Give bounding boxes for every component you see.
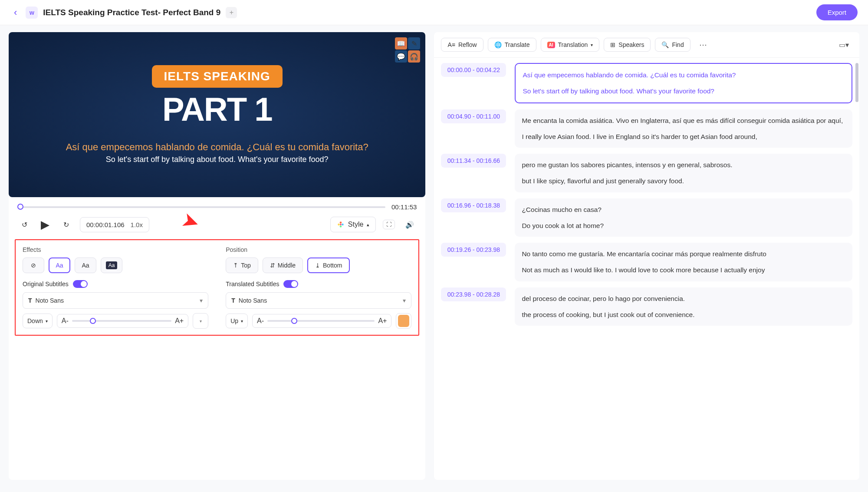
chevron-down-icon: ▾ [46,319,48,324]
transcript-timestamp[interactable]: 00:23.98 - 00:28.28 [441,287,506,301]
effect-box-button[interactable]: Aa [101,258,122,273]
transcript-content[interactable]: Así que empecemos hablando de comida. ¿C… [515,63,852,103]
style-flower-icon [337,221,345,228]
chevron-down-icon: ▾ [200,297,203,304]
effect-none-button[interactable]: ⊘ [23,258,44,273]
transcript-content[interactable]: No tanto como me gustaría. Me encantaría… [515,243,852,281]
timeline-row: 00:11:53 [9,197,425,212]
slider-thumb[interactable] [90,318,96,324]
original-size-slider[interactable]: A- A+ [57,314,188,328]
translated-color-select[interactable] [396,313,411,329]
effects-label: Effects [23,246,208,253]
transcript-content[interactable]: pero me gustan los sabores picantes, int… [515,154,852,192]
left-panel: 📖✎ 💬🎧 IELTS SPEAKING PART 1 Así que empe… [9,32,425,480]
video-preview[interactable]: 📖✎ 💬🎧 IELTS SPEAKING PART 1 Así que empe… [9,32,425,197]
effect-plain-button[interactable]: Aa [75,258,96,273]
playback-speed[interactable]: 1.0x [131,221,143,228]
position-middle-button[interactable]: ⇵Middle [263,258,303,273]
transcript-original: but I like spicy, flavorful and just gen… [522,176,845,186]
current-time: 00:00:01.106 [86,221,125,228]
svg-point-3 [338,224,340,226]
subtitle-translated: Así que empecemos hablando de comida. ¿C… [66,141,368,154]
svg-point-0 [340,221,342,224]
position-bottom-label: Bottom [323,262,342,269]
speakers-button[interactable]: ⊞Speakers [604,38,651,52]
translated-subs-toggle[interactable] [283,280,298,288]
position-middle-label: Middle [278,262,296,269]
aa-box-icon: Aa [106,261,118,269]
translate-icon: 🌐 [494,41,502,48]
badge-pen-icon: ✎ [408,37,420,50]
transcript-original: So let's start off by talking about food… [523,86,845,96]
fullscreen-button[interactable]: ⛶ [383,220,395,229]
translated-size-row: Up ▾ A- A+ [226,313,411,329]
transcript-row: 00:04.90 - 00:11.00Me encanta la comida … [441,109,852,148]
timeline-slider[interactable] [17,206,385,208]
transcript-content[interactable]: ¿Cocinas mucho en casa?Do you cook a lot… [515,198,852,237]
subtitle-original: So let's start off by talking about food… [66,155,368,164]
view-toggle-button[interactable]: ▭▾ [835,38,852,52]
transcript-timestamp[interactable]: 00:11.34 - 00:16.66 [441,154,506,168]
original-direction-select[interactable]: Down ▾ [23,314,53,328]
transcript-content[interactable]: del proceso de cocinar, pero lo hago por… [515,287,852,326]
rewind-button[interactable]: ↺ [17,218,31,231]
video-title-big: PART 1 [162,90,272,128]
timecode-box[interactable]: 00:00:01.106 1.0x [80,217,149,232]
transcript-original: I really love Asian food. I live in Engl… [522,132,845,142]
effect-outline-button[interactable]: Aa [49,258,70,273]
chevron-down-icon: ▾ [403,297,406,304]
original-color-select[interactable]: ▾ [193,313,208,329]
original-subs-toggle[interactable] [73,280,88,288]
chevron-down-icon: ▾ [241,319,243,324]
export-button[interactable]: Export [816,4,858,20]
translated-size-slider[interactable]: A- A+ [252,314,391,328]
color-swatch [398,315,409,327]
svg-point-2 [340,225,342,228]
slider-thumb[interactable] [291,318,297,324]
position-bottom-button[interactable]: ⤓Bottom [307,258,350,273]
reflow-button[interactable]: A≡Reflow [441,38,483,52]
reflow-icon: A≡ [447,41,455,48]
search-icon: 🔍 [661,41,669,48]
position-top-button[interactable]: ⤒Top [226,258,258,273]
transcript-translated: pero me gustan los sabores picantes, int… [522,160,845,170]
player-controls: ↺ ▶ ↻ 00:00:01.106 1.0x ➤ Style ▴ ⛶ 🔊 [9,212,425,239]
transcript-original: Not as much as I would like to. I would … [522,265,845,275]
find-label: Find [672,41,684,48]
video-corner-badges: 📖✎ 💬🎧 [395,37,420,63]
transcript-row: 00:19.26 - 00:23.98No tanto como me gust… [441,243,852,281]
subtitle-overlay: Así que empecemos hablando de comida. ¿C… [66,141,368,165]
topbar-left: ‹ w IELTS Speaking Practice Test- Perfec… [10,5,237,20]
more-button[interactable]: ⋯ [695,37,711,52]
top-bar: ‹ w IELTS Speaking Practice Test- Perfec… [0,0,868,25]
position-label: Position [226,246,411,253]
badge-book-icon: 📖 [395,37,407,50]
aa-plain-icon: Aa [82,262,89,269]
back-button[interactable]: ‹ [10,5,20,20]
forward-button[interactable]: ↻ [59,218,73,231]
translation-dropdown[interactable]: AITranslation▾ [541,38,600,52]
align-middle-icon: ⇵ [270,262,275,269]
transcript-timestamp[interactable]: 00:16.96 - 00:18.38 [441,198,506,212]
translated-font-select[interactable]: T Noto Sans ▾ [226,292,411,309]
timeline-thumb[interactable] [17,204,23,210]
original-font-select[interactable]: T Noto Sans ▾ [23,292,208,309]
transcript-translated: No tanto como me gustaría. Me encantaría… [522,249,845,259]
translated-direction-select[interactable]: Up ▾ [226,314,248,328]
ai-badge-icon: AI [547,42,555,48]
scrollbar[interactable] [855,63,858,102]
find-button[interactable]: 🔍Find [655,38,690,52]
play-button[interactable]: ▶ [38,218,52,231]
add-tab-button[interactable]: + [226,7,237,18]
volume-button[interactable]: 🔊 [403,218,417,231]
effect-buttons: ⊘ Aa Aa Aa [23,258,208,273]
translate-button[interactable]: 🌐Translate [488,38,536,52]
transcript-row: 00:23.98 - 00:28.28del proceso de cocina… [441,287,852,326]
transcript-timestamp[interactable]: 00:00.00 - 00:04.22 [441,63,506,77]
transcript-timestamp[interactable]: 00:19.26 - 00:23.98 [441,243,506,257]
speakers-icon: ⊞ [610,41,615,48]
transcript-content[interactable]: Me encanta la comida asiática. Vivo en I… [515,109,852,148]
original-subs-row: Original Subtitles [23,280,208,288]
transcript-timestamp[interactable]: 00:04.90 - 00:11.00 [441,109,506,123]
style-button[interactable]: Style ▴ [330,217,376,232]
